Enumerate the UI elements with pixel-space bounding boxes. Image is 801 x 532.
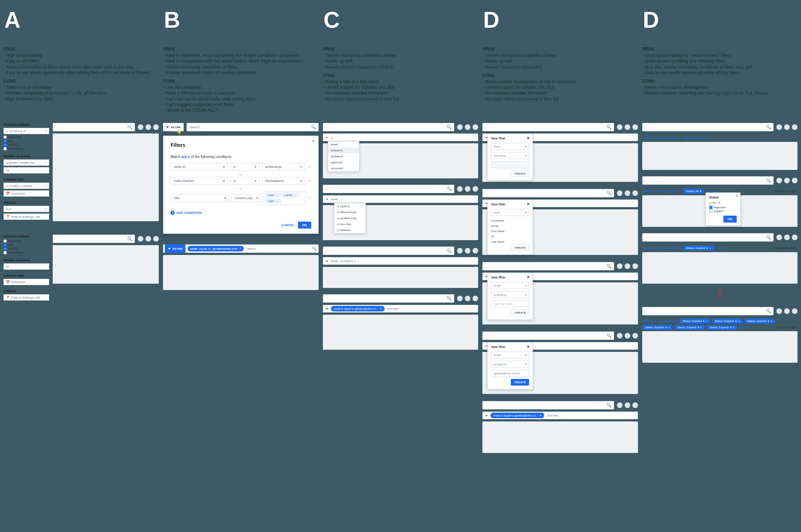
funnel-icon: ⏷	[168, 247, 171, 250]
payment-opt-1[interactable]: ✓Visa	[4, 139, 49, 143]
search-icon: 🔍	[311, 125, 316, 130]
column-b: B PROS Easy to implement, reuse complete…	[163, 7, 318, 453]
condition-row: Sales channel▾ is▾ Marketplaces▾ ×	[170, 177, 311, 185]
match-any[interactable]: any ▾	[181, 155, 191, 159]
funnel-icon: ⏷	[166, 125, 169, 129]
remove-icon[interactable]: ×	[307, 196, 311, 200]
pin-icon: 📍	[6, 296, 10, 299]
search-input[interactable]: 🔍	[53, 123, 135, 131]
x-icon: ×	[642, 296, 797, 301]
payment-opt-0[interactable]: Bankinvice	[4, 136, 49, 139]
results-body	[53, 245, 159, 284]
qf-seller[interactable]: Seller ID▾	[644, 136, 657, 139]
search-input[interactable]: 🔍	[53, 235, 135, 243]
filter-button[interactable]: ⏷FILTER	[165, 244, 185, 253]
condition-row: Seller ID▾ is▾ ambienteqa▾ ×	[170, 163, 311, 171]
orders-op[interactable]: is greater / smaller than▾	[4, 159, 49, 166]
filter-pill: email is equal to geraldo@vtex.co...×	[331, 306, 385, 311]
column-a: A PROS High discoverabilityEasy to edit …	[4, 7, 159, 453]
calendar-icon: 📅	[6, 280, 10, 284]
funnel-icon: ⏷	[325, 136, 329, 139]
qf-invoiced[interactable]: Invoiced date▾	[660, 136, 680, 139]
calendar-icon: 📅	[6, 192, 10, 195]
create-button[interactable]: CREATE	[511, 170, 529, 177]
address-val[interactable]: 📍Praia de Botafogo, 300	[4, 214, 49, 220]
ok-button[interactable]: OK	[723, 216, 737, 223]
payment-label: Payment method	[4, 123, 49, 126]
payment-opt-3[interactable]: Diners/Amex	[4, 147, 49, 150]
qf-status-open[interactable]: Status: All▾	[683, 189, 704, 193]
remove-icon[interactable]: ×	[307, 179, 311, 183]
quick-filter-bar: Seller ID▾ Invoiced date▾ Status: All▾ M…	[642, 133, 797, 142]
toolbar-dots	[138, 124, 159, 130]
filters-modal: × Filters Match any ▾ of the following c…	[163, 136, 318, 234]
cursor-icon: 👆	[176, 129, 182, 134]
op-dropdown[interactable]: is equal tois different thanis greather …	[334, 203, 366, 234]
filter-bar[interactable]: ⏷	[323, 133, 478, 141]
status-pill[interactable]: Status: Expired▾×	[683, 246, 714, 250]
search-input[interactable]	[246, 247, 310, 251]
sidebar-filters-expanded: Payment method is / is not any of▾ Banki…	[4, 123, 49, 224]
search-icon[interactable]: 🔍	[312, 247, 317, 251]
status-popover: × Status is one of: ✓Approved Expired OK	[705, 192, 741, 226]
clear-filters[interactable]: CLEAR FILTERS	[775, 190, 796, 193]
creation-op[interactable]: is / is after / is before▾	[4, 183, 49, 189]
new-filter-card: ✕ New filter Email▾ is equal to▾ geraldo…	[487, 342, 533, 389]
close-icon[interactable]: ✕	[527, 202, 530, 206]
column-c: C PROS Tackles increasing complexity of …	[323, 7, 478, 453]
col-letter: A	[4, 7, 159, 33]
column-d1: D PROS Tackles increasing complexity of …	[482, 7, 638, 453]
close-icon[interactable]: ×	[736, 194, 738, 198]
payment-op[interactable]: is / is not any of▾	[4, 128, 49, 134]
remove-icon[interactable]: ×	[307, 165, 311, 169]
add-condition[interactable]: +ADD CONDITION	[170, 211, 202, 215]
new-filter-card: ✕ New filter Field▾ Operation▾ CREATE	[487, 133, 533, 181]
ok-button[interactable]: OK	[298, 222, 311, 229]
notes-a: PROS High discoverabilityEasy to edit fi…	[4, 44, 159, 114]
address-op[interactable]: is at▾	[4, 206, 49, 212]
filter-pill: email is equal to geraldo@vtex.co...×	[490, 413, 544, 418]
orders-val[interactable]: 42	[4, 167, 49, 173]
condition-row: Title▾ contains any▾ Label× Label2× Labe…	[170, 191, 311, 205]
close-icon[interactable]: ×	[312, 139, 315, 144]
new-filter-card: ✕ New filter Field▾ Document Email First…	[487, 199, 533, 255]
field-dropdown[interactable]: emailfirstNamelastNameapproveddocument	[328, 141, 359, 172]
sidebar-filters-condensed: Payment method Bankinvice ✓Visa ✓PayPal …	[4, 235, 49, 305]
chip-input[interactable]: Label× Label2× Label×	[264, 191, 306, 205]
results-body	[53, 133, 159, 221]
qf-more[interactable]: More▾	[702, 136, 711, 139]
qf-status[interactable]: Status: All▾	[683, 136, 699, 139]
pin-icon: 📍	[6, 215, 10, 218]
payment-opt-2[interactable]: ✓PayPal	[4, 143, 49, 146]
new-filter-card: ✕ New filter Email▾ is equal to▾ Type th…	[487, 272, 533, 320]
search-input[interactable]: 🔍	[187, 123, 319, 131]
chip-filter-bar: ⏷FILTER emailequals togeraldo@vtex.com× …	[163, 244, 318, 253]
creation-val[interactable]: 📅01/04/2018	[4, 190, 49, 197]
column-d2: D PROS Good discoverability for "recomme…	[642, 7, 797, 453]
cancel-button[interactable]: CANCEL	[281, 223, 295, 227]
modal-title: Filters	[170, 142, 311, 148]
close-icon[interactable]: ✕	[527, 136, 530, 140]
search-icon: 🔍	[127, 236, 132, 241]
search-icon: 🔍	[127, 125, 132, 130]
remove-icon: ×	[239, 247, 241, 250]
filter-pill[interactable]: emailequals togeraldo@vtex.com×	[188, 246, 244, 251]
